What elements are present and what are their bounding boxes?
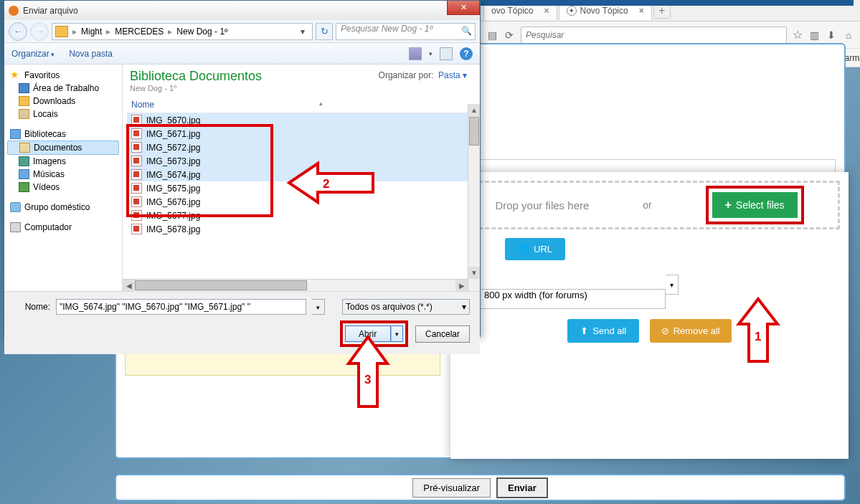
or-label: or (643, 199, 651, 211)
dialog-titlebar[interactable]: Enviar arquivo ✕ (4, 1, 480, 20)
remove-all-button[interactable]: ⊘Remove all (650, 319, 732, 343)
upload-icon: ⬆ (580, 325, 588, 336)
tree-videos[interactable]: Vídeos (7, 181, 119, 194)
scroll-right-icon[interactable]: ▶ (455, 280, 468, 291)
close-tab-icon[interactable]: × (639, 6, 644, 16)
bookmark-star-icon[interactable]: ☆ (793, 28, 803, 42)
file-row[interactable]: IMG_5678.jpg (127, 222, 480, 236)
refresh-button[interactable]: ↻ (316, 23, 333, 40)
image-file-icon (131, 115, 142, 125)
filename-input[interactable] (56, 299, 306, 315)
scroll-thumb[interactable] (135, 280, 307, 290)
scroll-up-icon[interactable]: ▲ (468, 104, 480, 116)
tab-label: Novo Tópico (580, 6, 628, 16)
filename-history-dropdown[interactable]: ▾ (312, 299, 325, 315)
star-icon: ★ (10, 70, 21, 80)
cancel-button[interactable]: Cancelar (415, 325, 470, 343)
reader-icon[interactable]: ▤ (486, 29, 498, 41)
new-folder-button[interactable]: Nova pasta (69, 49, 113, 59)
cancel-icon: ⊘ (661, 325, 669, 336)
file-row[interactable]: IMG_5671.jpg (127, 127, 480, 141)
submit-button[interactable]: Enviar (496, 477, 548, 498)
filetype-select[interactable]: Todos os arquivos (*.*)▾ (342, 299, 470, 315)
annotation-number: 1 (755, 330, 761, 344)
preview-pane-button[interactable] (440, 47, 453, 60)
preview-button[interactable]: Pré-visualizar (412, 478, 491, 498)
dialog-nav-bar: ← → ▸ Might ▸ MERCEDES ▸ New Dog - 1º ▾ … (4, 20, 480, 43)
dialog-footer: Nome: ▾ Todos os arquivos (*.*)▾ Abrir ▾… (4, 291, 480, 354)
tree-downloads[interactable]: Downloads (7, 95, 119, 108)
tree-libraries[interactable]: Bibliotecas (7, 128, 119, 141)
breadcrumb-segment[interactable]: New Dog - 1º (174, 27, 230, 37)
dialog-toolbar: Organizar Nova pasta ▾ ? (4, 43, 480, 65)
breadcrumb-dropdown[interactable]: ▾ (296, 27, 309, 37)
view-dropdown-icon[interactable]: ▾ (429, 50, 433, 57)
scroll-thumb[interactable] (469, 117, 479, 146)
select-files-button[interactable]: +Select files (712, 192, 798, 218)
library-subtitle: New Dog - 1º (127, 84, 480, 97)
window-close-button[interactable]: ✕ (447, 1, 480, 15)
svg-marker-1 (349, 337, 387, 406)
reload-icon[interactable]: ⟳ (504, 29, 515, 41)
uploader-panel: Drop your files here or +Select files 🌐U… (450, 172, 849, 459)
bookmarks-menu-icon[interactable]: ▥ (808, 29, 820, 41)
width-select[interactable]: 800 px width (for forums) (479, 289, 666, 309)
tree-computer[interactable]: Computador (7, 221, 119, 234)
filename-label: Nome: (14, 302, 50, 312)
image-file-icon (131, 224, 142, 234)
desktop-icon (19, 83, 29, 93)
tree-music[interactable]: Músicas (7, 168, 119, 181)
breadcrumb-segment[interactable]: Might (78, 27, 105, 37)
file-row[interactable]: IMG_5670.jpg (127, 113, 480, 127)
nav-forward-button[interactable]: → (30, 22, 49, 41)
submit-bar: Pré-visualizar Enviar (115, 474, 846, 501)
recent-icon (19, 109, 29, 119)
tree-documents[interactable]: Documentos (7, 141, 119, 155)
libraries-icon (10, 129, 21, 139)
sort-indicator-icon: ▴ (319, 100, 323, 110)
chevron-right-icon[interactable]: ▸ (105, 27, 112, 37)
nav-tree: ★Favoritos Área de Trabalho Downloads Lo… (4, 65, 123, 291)
tree-homegroup[interactable]: Grupo doméstico (7, 201, 119, 214)
page-header-bar (481, 0, 854, 6)
scroll-down-icon[interactable]: ▼ (468, 267, 480, 279)
arrange-by[interactable]: Organizar por: Pasta ▾ (379, 70, 467, 80)
tree-locals[interactable]: Locais (7, 108, 119, 120)
send-all-button[interactable]: ⬆Send all (567, 319, 639, 343)
folder-icon (19, 96, 29, 106)
breadcrumb-segment[interactable]: MERCEDES (112, 27, 166, 37)
mercedes-favicon: ✦ (567, 6, 577, 16)
svg-marker-0 (289, 163, 373, 202)
tree-desktop[interactable]: Área de Trabalho (7, 82, 119, 95)
chevron-right-icon[interactable]: ▸ (71, 27, 78, 37)
width-select-arrow[interactable]: ▾ (666, 275, 679, 295)
annotation-arrow-2 (285, 158, 379, 208)
downloads-icon[interactable]: ⬇ (826, 29, 837, 41)
dropzone-label: Drop your files here (495, 199, 589, 211)
file-vscrollbar[interactable]: ▲ ▼ (468, 104, 480, 291)
globe-icon: 🌐 (518, 244, 529, 255)
file-hscrollbar[interactable]: ◀ ▶ (123, 279, 468, 291)
image-file-icon (131, 142, 142, 153)
tree-images[interactable]: Imagens (7, 155, 119, 168)
browser-search-input[interactable] (521, 27, 787, 44)
scroll-left-icon[interactable]: ◀ (123, 280, 135, 291)
nav-back-button[interactable]: ← (9, 22, 27, 41)
dialog-search-input[interactable]: Pesquisar New Dog - 1º 🔍 (336, 23, 476, 40)
chevron-right-icon[interactable]: ▸ (166, 27, 174, 37)
help-icon[interactable]: ? (460, 47, 473, 60)
view-mode-button[interactable] (409, 47, 422, 60)
url-button[interactable]: 🌐URL (505, 238, 565, 260)
tree-favorites[interactable]: ★Favoritos (7, 69, 119, 82)
images-icon (19, 156, 29, 166)
file-row[interactable]: IMG_5672.jpg (127, 141, 480, 154)
home-icon[interactable]: ⌂ (843, 29, 854, 41)
file-row[interactable]: IMG_5677.jpg (127, 209, 480, 222)
dropzone[interactable]: Drop your files here or +Select files (459, 181, 840, 229)
documents-icon (19, 143, 30, 153)
close-tab-icon[interactable]: × (544, 6, 549, 16)
breadcrumb[interactable]: ▸ Might ▸ MERCEDES ▸ New Dog - 1º ▾ (52, 23, 313, 40)
organize-menu[interactable]: Organizar (11, 49, 55, 59)
column-header-name[interactable]: Nome▴ (127, 97, 480, 113)
file-open-dialog: Enviar arquivo ✕ ← → ▸ Might ▸ MERCEDES … (4, 0, 481, 337)
